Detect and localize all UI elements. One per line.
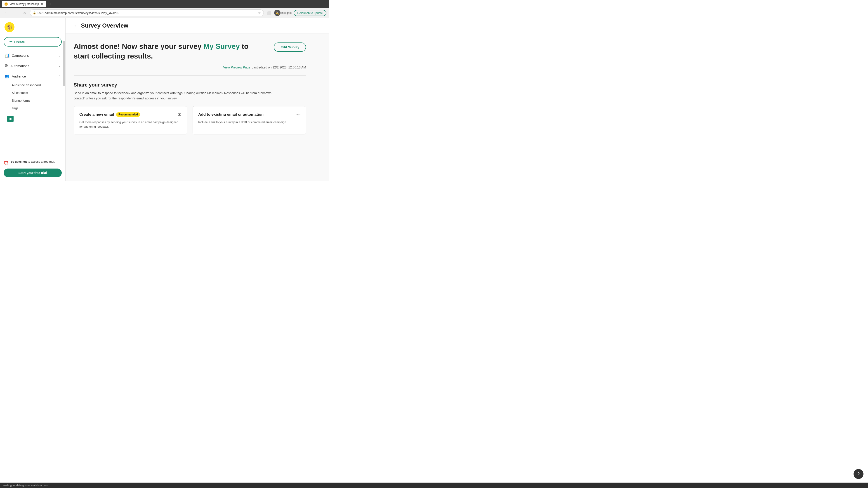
lock-icon: 🔒	[33, 11, 36, 14]
reload-button[interactable]: ✕	[21, 9, 28, 17]
app-container: 🐒 ✏ Create 📊 Campaigns ⌄ ⚙ Automations ⌄…	[0, 18, 329, 181]
pencil-icon: ✏	[9, 40, 12, 44]
back-navigation-button[interactable]: ←	[74, 23, 78, 28]
tab-title: View Survey | Mailchimp	[9, 2, 39, 6]
tab-favicon: ✉	[4, 2, 8, 6]
create-button[interactable]: ✏ Create	[4, 37, 62, 46]
view-preview-link[interactable]: View Preview Page	[223, 66, 250, 69]
active-tab[interactable]: ✉ View Survey | Mailchimp ✕	[2, 1, 46, 7]
automations-icon: ⚙	[4, 63, 8, 68]
trial-text: 89 days left to access a free trial.	[11, 160, 55, 163]
forward-button[interactable]: →	[12, 9, 19, 17]
automations-chevron-icon: ⌄	[58, 64, 61, 68]
main-content: ← Survey Overview Almost done! Now share…	[66, 18, 329, 181]
add-to-automation-card[interactable]: Add to existing email or automation ✏ In…	[193, 106, 306, 134]
audience-icon: 👥	[4, 74, 9, 78]
new-tab-button[interactable]: +	[47, 1, 53, 7]
share-cards-row: Create a new email Recommended ✉ Get mor…	[74, 106, 306, 134]
recommended-badge: Recommended	[116, 112, 140, 117]
sidebar-scrollbar[interactable]	[63, 41, 65, 86]
sidebar-logo: 🐒	[0, 18, 65, 36]
add-automation-title: Add to existing email or automation	[198, 112, 264, 117]
headline-text: Almost done! Now share your survey My Su…	[74, 41, 254, 61]
incognito-icon: 🕵	[274, 10, 281, 16]
incognito-badge: 🕵 Incognito	[274, 10, 292, 16]
mailchimp-logo: 🐒	[4, 22, 14, 32]
back-button[interactable]: ←	[3, 9, 10, 17]
add-automation-card-header: Add to existing email or automation ✏	[198, 112, 301, 117]
create-email-desc: Get more responses by sending your surve…	[79, 120, 182, 129]
tab-bar: ✉ View Survey | Mailchimp ✕ +	[0, 0, 329, 8]
create-email-card-header: Create a new email Recommended ✉	[79, 112, 182, 117]
back-arrow-icon: ←	[74, 23, 78, 28]
sidebar-item-all-contacts[interactable]: All contacts	[0, 89, 65, 97]
sidebar: 🐒 ✏ Create 📊 Campaigns ⌄ ⚙ Automations ⌄…	[0, 18, 66, 181]
add-automation-desc: Include a link to your survey in a draft…	[198, 120, 301, 125]
create-email-card[interactable]: Create a new email Recommended ✉ Get mor…	[74, 106, 187, 134]
survey-headline: Almost done! Now share your survey My Su…	[74, 41, 306, 61]
extensions-button[interactable]: ⬜	[266, 9, 273, 17]
main-header: ← Survey Overview	[66, 18, 329, 33]
sidebar-item-signup-forms[interactable]: Signup forms	[0, 97, 65, 104]
audience-chevron-icon: ⌃	[58, 74, 61, 78]
campaigns-chevron-icon: ⌄	[58, 54, 61, 57]
sidebar-small-icon: ▣	[7, 116, 13, 122]
page-title: Survey Overview	[81, 22, 128, 29]
edit-icon: ✏	[297, 112, 301, 117]
sidebar-item-automations[interactable]: ⚙ Automations ⌄	[0, 61, 65, 71]
url-text: us21.admin.mailchimp.com/lists/surveys/v…	[37, 11, 256, 15]
main-body: Almost done! Now share your survey My Su…	[66, 33, 314, 142]
address-bar[interactable]: 🔒 us21.admin.mailchimp.com/lists/surveys…	[30, 9, 264, 16]
edit-survey-button[interactable]: Edit Survey	[274, 42, 306, 52]
share-section-title: Share your survey	[74, 82, 306, 88]
sidebar-item-audience-dashboard[interactable]: Audience dashboard	[0, 81, 65, 89]
sidebar-item-campaigns[interactable]: 📊 Campaigns ⌄	[0, 50, 65, 61]
survey-name-link[interactable]: My Survey	[204, 42, 240, 51]
trial-notice: ⏰ 89 days left to access a free trial.	[4, 160, 62, 165]
tab-close-button[interactable]: ✕	[41, 2, 43, 6]
last-edited-text: Last edited on 12/2/2023, 12:00:13 AM	[252, 66, 306, 69]
start-trial-button[interactable]: Start your free trial	[4, 168, 62, 177]
browser-nav: ← → ✕ 🔒 us21.admin.mailchimp.com/lists/s…	[0, 8, 329, 18]
nav-right: ⬜ 🕵 Incognito Relaunch to update	[266, 9, 327, 17]
share-section-desc: Send in an email to respond to feedback …	[74, 91, 277, 101]
sidebar-bottom: ⏰ 89 days left to access a free trial. S…	[0, 156, 65, 181]
campaigns-icon: 📊	[4, 53, 9, 58]
email-icon: ✉	[178, 112, 182, 117]
sidebar-item-audience[interactable]: 👥 Audience ⌃	[0, 71, 65, 81]
relaunch-button[interactable]: Relaunch to update	[293, 10, 327, 16]
section-divider	[74, 75, 306, 76]
sidebar-item-tags[interactable]: Tags	[0, 104, 65, 112]
meta-row: View Preview Page Last edited on 12/2/20…	[74, 66, 306, 69]
bookmark-icon[interactable]: ☆	[258, 11, 261, 15]
clock-icon: ⏰	[4, 160, 8, 165]
create-email-title: Create a new email	[79, 112, 114, 117]
